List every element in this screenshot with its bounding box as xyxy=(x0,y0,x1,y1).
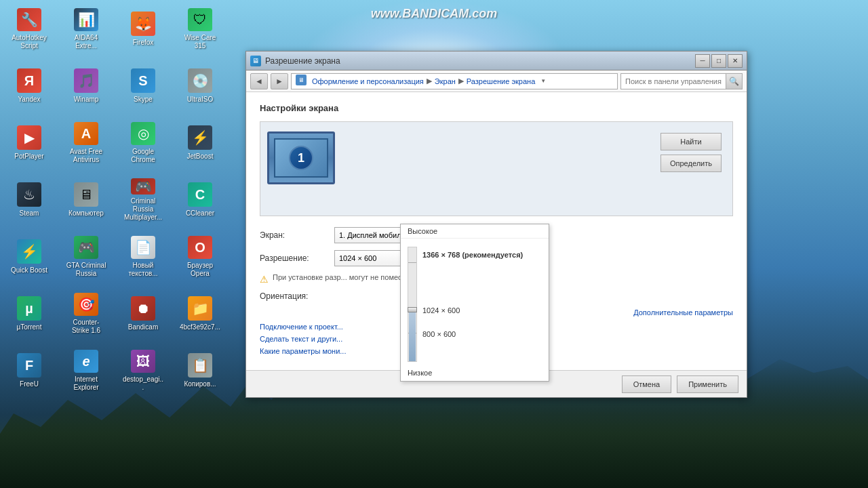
tick-1366 xyxy=(408,262,416,263)
icon-grid: 🔧 AutoHotkey Script 📊 AIDA64 Extre... 🦊 … xyxy=(0,0,244,464)
icon-computer[interactable]: 🖥 Компьютер xyxy=(62,176,110,224)
find-button[interactable]: Найти xyxy=(660,133,722,150)
folder4-icon: 📁 xyxy=(188,296,212,321)
resolution-label-800[interactable]: 800 × 600 xyxy=(422,330,456,338)
breadcrumb-item-2[interactable]: Экран xyxy=(435,77,456,85)
minimize-button[interactable]: ─ xyxy=(695,54,710,68)
window-controls: ─ □ ✕ xyxy=(695,54,743,68)
utorrent-icon: µ xyxy=(17,296,41,321)
skype-icon: S xyxy=(131,68,155,93)
steam-icon: ♨ xyxy=(17,182,41,207)
desktop: www.BANDICAM.com 🔧 AutoHotkey Script 📊 A… xyxy=(0,0,868,488)
resolution-label-1024[interactable]: 1024 × 600 xyxy=(422,306,460,314)
ccleaner-label: CCleaner xyxy=(186,209,214,218)
icon-opera[interactable]: O Браузер Opera xyxy=(176,233,224,281)
window-title: Разрешение экрана xyxy=(265,56,695,66)
potplayer-icon: ▶ xyxy=(17,125,41,150)
additional-params-link[interactable]: Дополнительные параметры xyxy=(633,308,733,317)
icon-chrome[interactable]: ◎ Google Chrome xyxy=(119,119,167,167)
screen-label: Экран: xyxy=(260,230,334,240)
winamp-icon: 🎵 xyxy=(74,68,98,93)
icon-jetboost[interactable]: ⚡ JetBoost xyxy=(176,119,224,167)
icon-firefox[interactable]: 🦊 Firefox xyxy=(119,5,167,53)
icon-newdoc[interactable]: 📄 Новый текстов... xyxy=(119,233,167,281)
maximize-button[interactable]: □ xyxy=(711,54,726,68)
icon-counterstrike[interactable]: 🎯 Counter-Strike 1.6 xyxy=(62,290,110,338)
jetboost-label: JetBoost xyxy=(187,152,214,161)
window-titlebar: 🖥 Разрешение экрана ─ □ ✕ xyxy=(246,52,747,70)
breadcrumb-dropdown-button[interactable]: ▼ xyxy=(538,78,549,84)
popup-high-label: Высокое xyxy=(401,224,549,239)
icon-wisecare[interactable]: 🛡 Wise Care 315 xyxy=(176,5,224,53)
icon-ie[interactable]: e Internet Explorer xyxy=(62,347,110,394)
icon-quickboost[interactable]: ⚡ Quick Boost xyxy=(5,233,53,281)
search-bar: 🔍 xyxy=(620,73,743,89)
resolution-label-1366[interactable]: 1366 × 768 (рекомендуется) xyxy=(422,251,523,259)
close-button[interactable]: ✕ xyxy=(728,54,743,68)
avast-label: Avast Free Antivirus xyxy=(65,148,107,164)
back-button[interactable]: ◄ xyxy=(250,73,268,89)
breadcrumb-item-3[interactable]: Разрешение экрана xyxy=(467,77,535,85)
identify-button[interactable]: Определить xyxy=(660,155,722,172)
copy-label: Копиров... xyxy=(184,380,216,388)
icon-steam[interactable]: ♨ Steam xyxy=(5,176,53,224)
aida64-icon: 📊 xyxy=(74,8,98,31)
ultraiso-icon: 💿 xyxy=(188,68,212,93)
gta-icon: 🎮 xyxy=(74,236,98,259)
monitor-screen: 1 xyxy=(274,138,328,178)
criminal-label: Criminal Russia Multiplayer... xyxy=(122,197,164,222)
slider-fill xyxy=(409,310,416,361)
newdoc-label: Новый текстов... xyxy=(122,262,164,278)
icon-autohotkey[interactable]: 🔧 AutoHotkey Script xyxy=(5,5,53,53)
window-icon: 🖥 xyxy=(250,56,261,66)
autohotkey-icon: 🔧 xyxy=(17,8,41,31)
icon-skype[interactable]: S Skype xyxy=(119,62,167,110)
criminal-icon: 🎮 xyxy=(131,178,155,195)
computer-icon: 🖥 xyxy=(74,182,98,207)
autohotkey-label: AutoHotkey Script xyxy=(8,34,50,50)
breadcrumb-separator-1: ▶ xyxy=(427,77,432,85)
icon-ccleaner[interactable]: C CCleaner xyxy=(176,176,224,224)
icon-potplayer[interactable]: ▶ PotPlayer xyxy=(5,119,53,167)
icon-yandex[interactable]: Я Yandex xyxy=(5,62,53,110)
potplayer-label: PotPlayer xyxy=(14,152,43,161)
yandex-label: Yandex xyxy=(18,96,40,104)
icon-ultraiso[interactable]: 💿 UltraISO xyxy=(176,62,224,110)
icon-desktop-img[interactable]: 🖼 destop_eagi... xyxy=(119,347,167,394)
search-button[interactable]: 🔍 xyxy=(726,74,742,89)
opera-icon: O xyxy=(188,236,212,259)
ultraiso-label: UltraISO xyxy=(187,96,213,104)
search-input[interactable] xyxy=(621,74,726,89)
icon-winamp[interactable]: 🎵 Winamp xyxy=(62,62,110,110)
gta-label: GTA Criminal Russia xyxy=(65,262,107,278)
cancel-button[interactable]: Отмена xyxy=(622,375,671,393)
monitor-display-area: 1 Найти Определить xyxy=(260,121,733,216)
bandicam-icon: ⏺ xyxy=(131,296,155,321)
icon-folder4[interactable]: 📁 4bcf3e92c7... xyxy=(176,290,224,338)
folder4-label: 4bcf3e92c7... xyxy=(180,323,220,331)
popup-low-label: Низкое xyxy=(401,367,549,381)
forward-button[interactable]: ► xyxy=(271,73,288,89)
quickboost-icon: ⚡ xyxy=(17,239,41,264)
monitor-action-buttons: Найти Определить xyxy=(660,133,722,172)
aida64-label: AIDA64 Extre... xyxy=(65,34,107,50)
icon-copy[interactable]: 📋 Копиров... xyxy=(176,347,224,394)
yandex-icon: Я xyxy=(17,68,41,93)
popup-slider-area: 1366 × 768 (рекомендуется) 1024 × 600 80… xyxy=(401,239,549,367)
firefox-label: Firefox xyxy=(133,39,154,47)
freeu-icon: F xyxy=(17,353,41,378)
icon-aida64[interactable]: 📊 AIDA64 Extre... xyxy=(62,5,110,53)
opera-label: Браузер Opera xyxy=(179,262,221,278)
orientation-label: Ориентация: xyxy=(260,291,334,301)
icon-criminal-russia[interactable]: 🎮 Criminal Russia Multiplayer... xyxy=(119,176,167,224)
monitor-frame: 1 xyxy=(267,131,335,184)
icon-avast[interactable]: A Avast Free Antivirus xyxy=(62,119,110,167)
winamp-label: Winamp xyxy=(74,96,99,104)
icon-utorrent[interactable]: µ µTorrent xyxy=(5,290,53,338)
apply-button[interactable]: Применить xyxy=(677,375,738,393)
icon-gta[interactable]: 🎮 GTA Criminal Russia xyxy=(62,233,110,281)
icon-bandicam[interactable]: ⏺ Bandicam xyxy=(119,290,167,338)
icon-freeu[interactable]: F FreeU xyxy=(5,347,53,394)
breadcrumb-item-1[interactable]: Оформление и персонализация xyxy=(312,77,424,85)
resolution-slider-handle[interactable] xyxy=(408,307,417,312)
